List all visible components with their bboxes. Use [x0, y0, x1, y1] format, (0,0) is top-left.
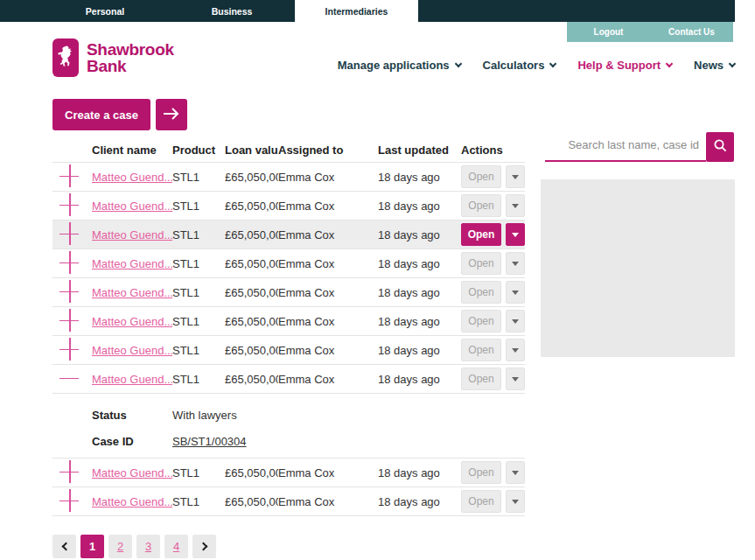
header-assigned-to: Assigned to: [278, 144, 378, 157]
last-updated-cell: 18 days ago: [378, 373, 461, 386]
caret-down-icon: [512, 500, 519, 504]
open-case-button[interactable]: Open: [461, 339, 501, 361]
nav-help-support[interactable]: Help & Support: [577, 59, 672, 72]
tab-intermediaries[interactable]: Intermediaries: [295, 0, 418, 22]
open-case-button[interactable]: Open: [461, 165, 501, 188]
chevron-right-icon: [199, 542, 207, 551]
product-cell: STL1: [172, 495, 225, 508]
last-updated-cell: 18 days ago: [378, 228, 461, 242]
nav-manage-applications[interactable]: Manage applications: [338, 59, 461, 72]
row-actions-dropdown-button[interactable]: [506, 368, 525, 390]
row-actions-dropdown-button[interactable]: [506, 194, 525, 217]
nav-calculators-label: Calculators: [483, 59, 545, 72]
table-row: Matteo Guend...STL1£65,050,00Emma Cox18 …: [52, 163, 525, 192]
product-cell: STL1: [172, 373, 225, 386]
pagination-page-3[interactable]: 3: [136, 535, 160, 558]
search-input[interactable]: [545, 132, 706, 162]
client-name-link[interactable]: Matteo Guend...: [92, 344, 172, 357]
client-name-link[interactable]: Matteo Guend...: [92, 466, 172, 480]
search-icon: [713, 138, 728, 156]
create-a-case-button[interactable]: Create a case: [52, 99, 150, 130]
open-case-button[interactable]: Open: [461, 310, 501, 332]
actions-cell: Open: [461, 310, 525, 332]
open-case-button[interactable]: Open: [461, 368, 501, 390]
collapse-row-icon[interactable]: [59, 367, 79, 389]
open-case-button[interactable]: Open: [461, 194, 501, 217]
actions-cell: Open: [461, 223, 525, 246]
tab-personal[interactable]: Personal: [61, 0, 149, 22]
actions-cell: Open: [461, 281, 525, 304]
tab-business[interactable]: Business: [188, 0, 276, 22]
loan-value-cell: £65,050,00: [225, 228, 278, 242]
row-actions-dropdown-button[interactable]: [506, 281, 525, 304]
client-name-link[interactable]: Matteo Guend...: [92, 200, 172, 213]
row-actions-dropdown-button[interactable]: [506, 339, 525, 361]
last-updated-cell: 18 days ago: [378, 171, 461, 184]
cases-table: Client name Product Loan value Assigned …: [52, 138, 525, 516]
client-name-link[interactable]: Matteo Guend...: [92, 286, 172, 299]
nav-news[interactable]: News: [694, 59, 735, 72]
search-button[interactable]: [706, 132, 734, 162]
pagination-page-2[interactable]: 2: [108, 535, 132, 558]
chevron-down-icon: [729, 60, 736, 67]
create-a-case-arrow-button[interactable]: [156, 99, 187, 130]
expand-row-icon[interactable]: [59, 164, 79, 187]
open-case-button[interactable]: Open: [461, 461, 501, 484]
table-row: Matteo Guend...STL1£65,050,00Emma Cox18 …: [52, 278, 525, 307]
caret-down-icon: [512, 204, 519, 208]
pagination-page-1[interactable]: 1: [80, 535, 104, 558]
caret-down-icon: [512, 262, 519, 266]
expand-row-icon[interactable]: [59, 222, 79, 245]
assigned-to-cell: Emma Cox: [278, 373, 378, 386]
table-row: Matteo Guend...STL1£65,050,00Emma Cox18 …: [52, 192, 525, 220]
client-name-link[interactable]: Matteo Guend...: [92, 257, 172, 270]
brand: Shawbrook Bank: [52, 38, 174, 77]
client-name-link[interactable]: Matteo Guend...: [92, 171, 172, 184]
expander-cell: [52, 280, 92, 305]
open-case-button[interactable]: Open: [461, 281, 501, 304]
assigned-to-cell: Emma Cox: [278, 495, 378, 508]
case-id-link[interactable]: SB/ST1/00304: [172, 435, 525, 448]
loan-value-cell: £65,050,00: [225, 286, 278, 299]
product-cell: STL1: [172, 286, 225, 299]
chevron-down-icon: [549, 60, 556, 67]
expand-row-icon[interactable]: [59, 193, 79, 216]
pagination-prev-button[interactable]: [52, 535, 76, 558]
row-actions-dropdown-button[interactable]: [506, 252, 525, 275]
utility-bar: Logout Contact Us: [567, 22, 733, 42]
caret-down-icon: [512, 348, 519, 353]
pagination-next-button[interactable]: [192, 535, 216, 558]
pagination-page-4[interactable]: 4: [164, 535, 188, 558]
row-actions-dropdown-button[interactable]: [506, 223, 525, 246]
expand-row-icon[interactable]: [59, 460, 79, 483]
row-actions-dropdown-button[interactable]: [506, 165, 525, 188]
client-name-link[interactable]: Matteo Guend...: [92, 228, 172, 242]
expand-row-icon[interactable]: [59, 489, 79, 512]
loan-value-cell: £65,050,00: [225, 466, 278, 480]
open-case-button[interactable]: Open: [461, 223, 501, 246]
client-name-link[interactable]: Matteo Guend...: [92, 315, 172, 328]
contact-us-link[interactable]: Contact Us: [650, 22, 733, 42]
product-cell: STL1: [172, 200, 225, 213]
client-name-link[interactable]: Matteo Guend...: [92, 373, 172, 386]
expand-row-icon[interactable]: [59, 338, 79, 360]
caret-down-icon: [512, 377, 519, 382]
actions-cell: Open: [461, 165, 525, 188]
row-actions-dropdown-button[interactable]: [506, 461, 525, 484]
expand-row-icon[interactable]: [59, 309, 79, 332]
caret-down-icon: [512, 175, 519, 179]
expand-row-icon[interactable]: [59, 280, 79, 303]
row-actions-dropdown-button[interactable]: [506, 490, 525, 513]
header-loan-value: Loan value: [225, 144, 278, 157]
nav-calculators[interactable]: Calculators: [483, 59, 556, 72]
open-case-button[interactable]: Open: [461, 490, 501, 513]
logout-link[interactable]: Logout: [567, 22, 650, 42]
expand-row-icon[interactable]: [59, 251, 79, 274]
row-actions-dropdown-button[interactable]: [506, 310, 525, 332]
header-last-updated: Last updated: [378, 144, 461, 157]
client-name-link[interactable]: Matteo Guend...: [92, 495, 172, 508]
open-case-button[interactable]: Open: [461, 252, 501, 275]
loan-value-cell: £65,050,00: [225, 344, 278, 357]
actions-cell: Open: [461, 368, 525, 390]
product-cell: STL1: [172, 466, 225, 480]
